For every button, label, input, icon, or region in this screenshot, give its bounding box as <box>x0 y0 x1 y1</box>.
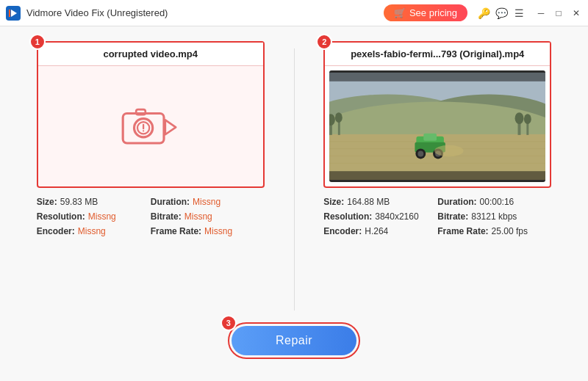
left-info-row-1: Size: 59.83 MB Duration: Missng <box>37 197 265 207</box>
right-video-title: pexels-fabio-fermi...793 (Original).mp4 <box>325 43 550 66</box>
app-logo-icon <box>6 6 21 21</box>
right-info-row-1: Size: 164.88 MB Duration: 00:00:16 <box>323 197 551 207</box>
titlebar-left: Vidmore Video Fix (Unregistered) <box>6 6 168 21</box>
titlebar-icons: 🔑 💬 ☰ <box>478 7 525 19</box>
left-encoder-item: Encoder: Missng <box>37 226 151 236</box>
right-resolution-value: 3840x2160 <box>375 211 418 222</box>
left-encoder-value: Missng <box>78 226 106 236</box>
left-badge: 1 <box>29 34 46 50</box>
repair-btn-wrapper: 3 Repair <box>228 322 360 359</box>
left-resolution-value: Missng <box>88 211 116 222</box>
right-framerate-label: Frame Rate: <box>437 226 488 236</box>
right-duration-label: Duration: <box>437 197 476 207</box>
right-framerate-item: Frame Rate: 25.00 fps <box>437 226 551 236</box>
right-encoder-label: Encoder: <box>323 226 362 236</box>
right-size-label: Size: <box>323 197 344 207</box>
svg-rect-36 <box>329 73 545 81</box>
pricing-button[interactable]: 🛒 See pricing <box>384 4 467 21</box>
titlebar: Vidmore Video Fix (Unregistered) 🛒 See p… <box>0 0 588 26</box>
chat-icon[interactable]: 💬 <box>495 7 507 19</box>
app-title: Vidmore Video Fix (Unregistered) <box>26 7 168 18</box>
right-framerate-value: 25.00 fps <box>492 226 528 236</box>
right-video-box: pexels-fabio-fermi...793 (Original).mp4 <box>323 41 551 188</box>
left-video-content <box>38 66 263 186</box>
right-info-row-2: Resolution: 3840x2160 Bitrate: 83121 kbp… <box>323 211 551 222</box>
right-panel: 2 pexels-fabio-fermi...793 (Original).mp… <box>309 41 567 241</box>
right-video-wrapper: 2 pexels-fabio-fermi...793 (Original).mp… <box>323 41 551 188</box>
right-resolution-label: Resolution: <box>323 211 372 222</box>
key-icon[interactable]: 🔑 <box>478 7 490 19</box>
svg-rect-8 <box>136 109 146 115</box>
left-resolution-item: Resolution: Missng <box>37 211 151 222</box>
repair-btn-outline: Repair <box>228 322 360 359</box>
bottom-area: 3 Repair <box>22 311 566 366</box>
svg-point-7 <box>143 130 144 131</box>
left-duration-label: Duration: <box>151 197 190 207</box>
right-size-item: Size: 164.88 MB <box>323 197 437 207</box>
left-info: Size: 59.83 MB Duration: Missng Resoluti… <box>37 197 265 241</box>
svg-point-33 <box>515 112 524 124</box>
svg-point-27 <box>434 145 463 157</box>
main-content: 1 corrupted video.mp4 <box>0 26 588 381</box>
repair-badge: 3 <box>220 315 237 331</box>
minimize-button[interactable]: ─ <box>535 7 547 19</box>
right-bitrate-value: 83121 kbps <box>471 211 517 222</box>
right-encoder-item: Encoder: H.264 <box>323 226 437 236</box>
right-duration-value: 00:00:16 <box>480 197 514 207</box>
maximize-button[interactable]: □ <box>553 7 564 19</box>
left-encoder-label: Encoder: <box>37 226 75 236</box>
left-size-item: Size: 59.83 MB <box>37 197 151 207</box>
left-bitrate-label: Bitrate: <box>151 211 182 222</box>
svg-point-23 <box>418 151 424 157</box>
left-duration-item: Duration: Missng <box>151 197 265 207</box>
svg-rect-2 <box>9 10 10 17</box>
left-bitrate-item: Bitrate: Missng <box>151 211 265 222</box>
right-encoder-value: H.264 <box>365 226 388 236</box>
right-bitrate-item: Bitrate: 83121 kbps <box>437 211 551 222</box>
right-info: Size: 164.88 MB Duration: 00:00:16 Resol… <box>323 197 551 241</box>
panels-row: 1 corrupted video.mp4 <box>22 41 566 311</box>
broken-camera-icon <box>118 101 184 152</box>
left-duration-value: Missng <box>193 197 220 207</box>
menu-icon[interactable]: ☰ <box>513 7 525 19</box>
svg-rect-26 <box>424 134 437 141</box>
close-button[interactable]: ✕ <box>570 7 582 19</box>
titlebar-right: 🛒 See pricing 🔑 💬 ☰ ─ □ ✕ <box>384 4 582 21</box>
left-video-wrapper: 1 corrupted video.mp4 <box>37 41 265 188</box>
right-duration-item: Duration: 00:00:16 <box>437 197 551 207</box>
left-size-value: 59.83 MB <box>60 197 98 207</box>
left-panel: 1 corrupted video.mp4 <box>22 41 279 241</box>
left-framerate-label: Frame Rate: <box>151 226 201 236</box>
panel-divider <box>294 48 295 311</box>
repair-button[interactable]: Repair <box>232 326 356 355</box>
svg-marker-9 <box>165 120 176 134</box>
left-video-title: corrupted video.mp4 <box>38 43 263 66</box>
left-bitrate-value: Missng <box>184 211 212 222</box>
left-info-row-2: Resolution: Missng Bitrate: Missng <box>37 211 265 222</box>
right-resolution-item: Resolution: 3840x2160 <box>323 211 437 222</box>
left-video-box: corrupted video.mp4 <box>37 41 265 188</box>
window-controls: ─ □ ✕ <box>535 7 582 19</box>
cart-icon: 🛒 <box>394 7 406 18</box>
left-framerate-value: Missng <box>204 226 232 236</box>
svg-rect-37 <box>329 171 545 180</box>
svg-point-35 <box>524 114 531 124</box>
right-bitrate-label: Bitrate: <box>437 211 468 222</box>
right-info-row-3: Encoder: H.264 Frame Rate: 25.00 fps <box>323 226 551 236</box>
right-video-preview <box>329 70 545 182</box>
left-size-label: Size: <box>37 197 57 207</box>
svg-point-31 <box>335 112 343 123</box>
video-thumbnail-icon <box>329 70 545 182</box>
left-framerate-item: Frame Rate: Missng <box>151 226 265 236</box>
right-size-value: 164.88 MB <box>347 197 390 207</box>
left-resolution-label: Resolution: <box>37 211 85 222</box>
left-info-row-3: Encoder: Missng Frame Rate: Missng <box>37 226 265 236</box>
